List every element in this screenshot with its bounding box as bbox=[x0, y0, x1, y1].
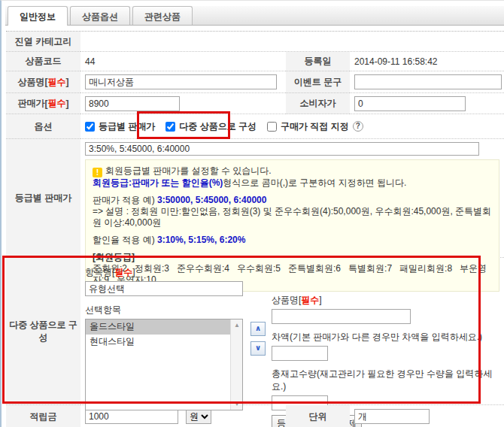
listbox-scrollbar[interactable]: ▲ ▼ bbox=[230, 319, 242, 410]
scroll-up-icon[interactable]: ▲ bbox=[231, 319, 243, 331]
row-options: 옵션 등급별 판매가 다중 상품으로 구성 구매가 직접 지정 ? bbox=[6, 114, 504, 139]
category-label: 진열 카테고리 bbox=[6, 32, 80, 52]
row-category: 진열 카테고리 bbox=[6, 32, 504, 52]
grade-price-input[interactable] bbox=[85, 142, 479, 156]
help-icon[interactable]: ? bbox=[353, 121, 363, 132]
multi-compose-checkbox-item[interactable]: 다중 상품으로 구성 bbox=[165, 120, 257, 133]
tab-product-options[interactable]: 상품옵션 bbox=[70, 6, 130, 25]
event-text-label: 이벤트 문구 bbox=[286, 71, 350, 93]
multi-compose-checkbox[interactable] bbox=[165, 122, 175, 132]
product-code-value: 44 bbox=[80, 52, 286, 71]
move-down-button[interactable]: ∨ bbox=[250, 341, 266, 356]
row-name-event: 상품명[필수] 이벤트 문구 bbox=[6, 71, 504, 93]
unit-input[interactable] bbox=[354, 409, 430, 424]
grade-price-checkbox-item[interactable]: 등급별 판매가 bbox=[85, 120, 155, 133]
row-multi-compose: 다중 상품으로 구성 항목명[필수] 선택항목 올드스타일 현대스타일 ▲ ▼ bbox=[6, 258, 504, 405]
product-name-label: 상품명[필수] bbox=[6, 71, 80, 93]
item-name-input[interactable] bbox=[85, 281, 243, 296]
regdate-label: 등록일 bbox=[286, 52, 350, 71]
warning-icon: ! bbox=[93, 168, 102, 177]
option-label: 옵션 bbox=[6, 114, 80, 139]
move-up-button[interactable]: ∧ bbox=[250, 322, 266, 336]
consumer-price-input[interactable] bbox=[354, 96, 466, 111]
price-diff-input[interactable] bbox=[272, 346, 328, 361]
choices-listbox[interactable]: 올드스타일 현대스타일 ▲ ▼ bbox=[85, 319, 243, 410]
row-price-consumer: 판매가[필수] 소비자가 bbox=[6, 93, 504, 114]
mileage-label: 적립금 bbox=[6, 405, 80, 427]
event-text-input[interactable] bbox=[354, 74, 502, 89]
tab-bar: 일반정보 상품옵션 관련상품 bbox=[5, 6, 504, 26]
choice-option[interactable]: 올드스타일 bbox=[86, 319, 230, 335]
multi-compose-label: 다중 상품으로 구성 bbox=[6, 258, 80, 405]
stock-qty-label: 총재고수량(재고관리가 필요한 경우만 수량을 입력하세요.) bbox=[272, 368, 504, 393]
mileage-input[interactable] bbox=[85, 409, 178, 424]
unit-label: 단위 bbox=[286, 405, 350, 427]
product-name-input[interactable] bbox=[85, 74, 277, 89]
row-mileage-unit: 적립금 원 단위 bbox=[6, 405, 504, 427]
product-edit-page: 일반정보 상품옵션 관련상품 진열 카테고리 상품코드 44 등록일 2014-… bbox=[0, 0, 504, 427]
item-name-label: 항목명[필수] bbox=[85, 266, 244, 279]
mileage-unit-select[interactable]: 원 bbox=[186, 409, 211, 424]
regdate-value: 2014-09-11 16:58:42 bbox=[350, 52, 504, 71]
product-form-table: 진열 카테고리 상품코드 44 등록일 2014-09-11 16:58:42 … bbox=[6, 31, 504, 427]
choices-label: 선택항목 bbox=[85, 304, 244, 316]
scroll-down-icon[interactable]: ▼ bbox=[231, 398, 243, 410]
price-input[interactable] bbox=[85, 96, 180, 111]
grade-price-checkbox[interactable] bbox=[85, 122, 95, 132]
tab-general[interactable]: 일반정보 bbox=[8, 6, 68, 26]
product-code-label: 상품코드 bbox=[6, 52, 80, 71]
price-diff-label: 차액(기본 판매가와 다른 경우만 차액을 입력하세요.) bbox=[272, 331, 504, 344]
multi-product-name-label: 상품명[필수] bbox=[272, 294, 504, 307]
row-grade-price: 등급별 판매가 !회원등급별 판매가를 설정할 수 있습니다. 회원등급:판매가… bbox=[6, 139, 504, 258]
price-label: 판매가[필수] bbox=[6, 93, 80, 114]
choice-option[interactable]: 현대스타일 bbox=[86, 335, 230, 350]
category-value bbox=[80, 32, 504, 52]
direct-price-checkbox[interactable] bbox=[267, 122, 277, 132]
row-code-regdate: 상품코드 44 등록일 2014-09-11 16:58:42 bbox=[6, 52, 504, 71]
multi-product-name-input[interactable] bbox=[272, 309, 411, 324]
tab-related-products[interactable]: 관련상품 bbox=[132, 6, 193, 25]
grade-price-label: 등급별 판매가 bbox=[6, 139, 80, 258]
direct-price-checkbox-item[interactable]: 구매가 직접 지정 ? bbox=[267, 120, 363, 133]
consumer-price-label: 소비자가 bbox=[286, 93, 350, 114]
